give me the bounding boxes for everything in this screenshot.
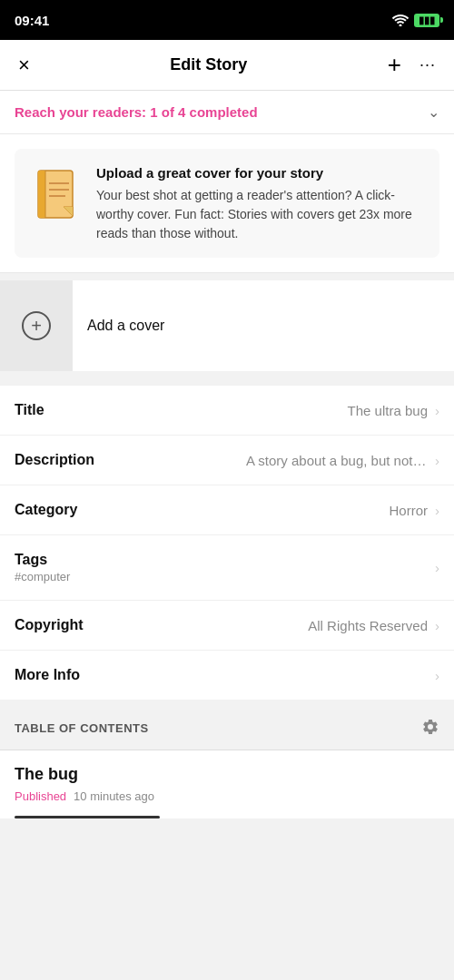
tip-card: Upload a great cover for your story Your… [0, 134, 454, 273]
more-info-label: More Info [15, 667, 80, 683]
cover-section[interactable]: + Add a cover [0, 280, 454, 371]
battery-icon: ▮▮▮ [414, 14, 439, 27]
chevron-right-icon: › [435, 503, 439, 518]
copyright-value: All Rights Reserved [308, 618, 428, 633]
chevron-right-icon: › [435, 560, 439, 575]
toc-status: Published [15, 789, 66, 803]
progress-text: Reach your readers: 1 of 4 completed [15, 104, 258, 120]
category-row[interactable]: Category Horror › [0, 485, 454, 535]
cover-placeholder: + [0, 280, 73, 371]
add-cover-icon: + [22, 311, 51, 340]
description-label: Description [15, 452, 94, 468]
toc-underline [15, 816, 160, 818]
status-icons: ▮▮▮ [392, 14, 439, 27]
description-value: A story about a bug, but not just a... [246, 453, 428, 468]
add-button[interactable]: + [384, 47, 405, 83]
copyright-label: Copyright [15, 617, 84, 633]
more-button[interactable]: ··· [416, 52, 439, 78]
book-illustration [29, 163, 84, 227]
tags-row[interactable]: Tags #computer › [0, 535, 454, 601]
copyright-row[interactable]: Copyright All Rights Reserved › [0, 601, 454, 651]
tip-description: Your best shot at getting a reader's att… [96, 186, 425, 243]
tags-value: #computer [15, 570, 70, 583]
toc-item[interactable]: The bug Published 10 minutes ago [0, 750, 454, 818]
header-actions: + ··· [384, 47, 439, 83]
chevron-right-icon: › [435, 668, 439, 683]
title-label: Title [15, 402, 44, 418]
chevron-right-icon: › [435, 403, 439, 418]
toc-item-title: The bug [15, 765, 439, 784]
tip-title: Upload a great cover for your story [96, 163, 425, 182]
chevron-down-icon: ⌄ [428, 103, 439, 121]
chevron-right-icon: › [435, 453, 439, 468]
svg-rect-1 [38, 171, 45, 218]
more-info-row[interactable]: More Info › [0, 651, 454, 700]
wifi-icon [392, 15, 409, 26]
category-value: Horror [389, 503, 428, 518]
progress-banner[interactable]: Reach your readers: 1 of 4 completed ⌄ [0, 91, 454, 134]
toc-settings-button[interactable] [421, 718, 439, 739]
header: × Edit Story + ··· [0, 40, 454, 91]
toc-header: TABLE OF CONTENTS [0, 707, 454, 750]
close-button[interactable]: × [15, 50, 34, 81]
list-section: Title The ultra bug › Description A stor… [0, 386, 454, 700]
chevron-right-icon: › [435, 618, 439, 633]
category-label: Category [15, 502, 77, 518]
add-cover-label: Add a cover [73, 318, 179, 334]
page-title: Edit Story [170, 55, 247, 74]
section-divider [0, 378, 454, 386]
gear-icon [421, 718, 439, 736]
title-row[interactable]: Title The ultra bug › [0, 386, 454, 436]
toc-time: 10 minutes ago [74, 789, 154, 803]
title-value: The ultra bug [348, 403, 428, 418]
tags-label: Tags [15, 552, 70, 568]
status-bar: 09:41 ▮▮▮ [0, 0, 454, 40]
toc-title: TABLE OF CONTENTS [15, 721, 149, 735]
status-time: 09:41 [15, 13, 49, 28]
description-row[interactable]: Description A story about a bug, but not… [0, 436, 454, 485]
